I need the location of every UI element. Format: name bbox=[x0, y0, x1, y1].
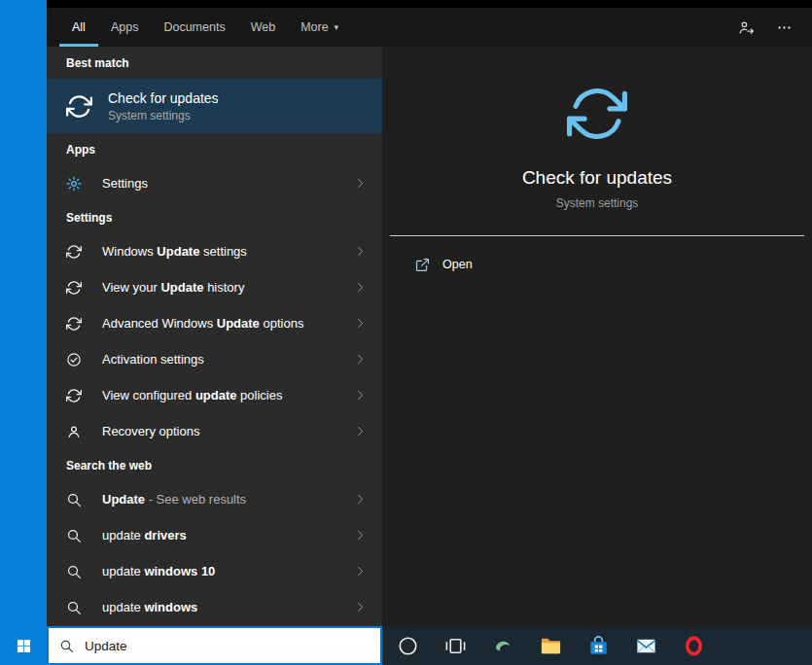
search-icon bbox=[59, 639, 74, 653]
result-label: update windows 10 bbox=[102, 564, 354, 578]
search-tabs-bar: AllAppsDocumentsWebMore▾ bbox=[47, 8, 812, 47]
result-label: update windows bbox=[102, 600, 354, 614]
preview-actions: Open bbox=[382, 236, 812, 281]
chevron-icon bbox=[354, 565, 367, 578]
result-view-configured-update-policies[interactable]: View configured update policies bbox=[47, 377, 382, 413]
result-label: View your Update history bbox=[102, 280, 354, 295]
refresh-icon bbox=[66, 280, 82, 296]
tab-label: More bbox=[300, 20, 328, 34]
taskbar bbox=[0, 626, 812, 665]
tabbar-actions bbox=[738, 8, 812, 47]
taskbar-icon-task-view[interactable] bbox=[432, 626, 479, 665]
preview-title: Check for updates bbox=[522, 167, 672, 189]
result-label: Activation settings bbox=[102, 352, 354, 367]
task-view-icon bbox=[444, 635, 467, 657]
chevron-icon bbox=[354, 529, 367, 542]
search-icon bbox=[66, 600, 82, 615]
taskbar-icon-store[interactable] bbox=[575, 626, 622, 665]
chevron-icon bbox=[354, 177, 367, 190]
chevron-icon bbox=[354, 245, 367, 258]
tab-all[interactable]: All bbox=[59, 8, 98, 47]
start-button[interactable] bbox=[0, 626, 47, 665]
result-label: update drivers bbox=[102, 528, 354, 542]
result-label: Windows Update settings bbox=[102, 244, 354, 259]
search-results-list: Best matchCheck for updatesSystem settin… bbox=[47, 47, 382, 626]
section-header: Best match bbox=[47, 47, 382, 79]
chevron-icon bbox=[354, 389, 367, 402]
best-match-title: Check for updates bbox=[108, 90, 367, 106]
preview-subtitle: System settings bbox=[556, 196, 639, 210]
result-label: Recovery options bbox=[102, 424, 354, 438]
tab-label: All bbox=[72, 20, 86, 34]
best-match-subtitle: System settings bbox=[108, 109, 367, 122]
edge-icon bbox=[492, 635, 514, 657]
account-arrow-icon[interactable] bbox=[738, 19, 755, 36]
gear-icon bbox=[66, 176, 82, 192]
result-label: Settings bbox=[102, 176, 354, 191]
refresh-icon bbox=[66, 244, 82, 260]
taskbar-icon-edge[interactable] bbox=[479, 626, 527, 665]
section-header: Apps bbox=[47, 133, 382, 165]
tab-web[interactable]: Web bbox=[238, 8, 288, 47]
taskbar-search-input[interactable] bbox=[85, 639, 380, 653]
result-label: View configured update policies bbox=[102, 388, 354, 402]
file-explorer-icon bbox=[540, 635, 562, 657]
result-advanced-windows-update-options[interactable]: Advanced Windows Update options bbox=[47, 305, 382, 341]
result-view-your-update-history[interactable]: View your Update history bbox=[47, 269, 382, 305]
taskbar-search-box[interactable] bbox=[47, 626, 382, 665]
result-windows-update-settings[interactable]: Windows Update settings bbox=[47, 233, 382, 269]
result-web-update-drivers[interactable]: update drivers bbox=[47, 517, 382, 553]
tab-label: Web bbox=[251, 20, 275, 34]
taskbar-icon-mail[interactable] bbox=[622, 626, 670, 665]
chevron-icon bbox=[354, 601, 367, 613]
tab-apps[interactable]: Apps bbox=[98, 8, 152, 47]
chevron-icon bbox=[354, 317, 367, 330]
open-icon bbox=[415, 258, 430, 272]
open-label: Open bbox=[442, 258, 473, 271]
result-web-update-windows[interactable]: update windows bbox=[47, 589, 382, 625]
chevron-down-icon: ▾ bbox=[335, 22, 339, 32]
ellipsis-icon[interactable] bbox=[776, 19, 793, 36]
result-label: Update - See web results bbox=[102, 492, 354, 507]
desktop-edge bbox=[0, 0, 47, 665]
opera-icon bbox=[683, 635, 705, 657]
result-web-update-windows-10[interactable]: update windows 10 bbox=[47, 553, 382, 589]
windows-logo-icon bbox=[16, 638, 32, 654]
chevron-icon bbox=[354, 353, 367, 366]
refresh-icon bbox=[66, 93, 92, 120]
chevron-icon bbox=[354, 493, 367, 506]
check-circle-icon bbox=[66, 352, 82, 368]
tab-label: Apps bbox=[111, 20, 139, 34]
search-icon bbox=[66, 492, 82, 508]
person-icon bbox=[66, 424, 82, 439]
search-icon bbox=[66, 564, 82, 579]
taskbar-icon-file-explorer[interactable] bbox=[527, 626, 575, 665]
section-header: Search the web bbox=[47, 449, 382, 481]
refresh-icon bbox=[66, 316, 82, 332]
result-activation-settings[interactable]: Activation settings bbox=[47, 341, 382, 377]
store-icon bbox=[587, 635, 610, 657]
search-tabs: AllAppsDocumentsWebMore▾ bbox=[59, 8, 351, 47]
result-recovery-options[interactable]: Recovery options bbox=[47, 413, 382, 449]
taskbar-icon-opera[interactable] bbox=[670, 626, 718, 665]
result-label: Advanced Windows Update options bbox=[102, 316, 354, 331]
result-settings-app[interactable]: Settings bbox=[47, 165, 382, 201]
result-check-for-updates[interactable]: Check for updatesSystem settings bbox=[47, 79, 382, 133]
chevron-icon bbox=[354, 425, 367, 438]
search-flyout: AllAppsDocumentsWebMore▾ Best matchCheck… bbox=[47, 8, 812, 626]
open-action[interactable]: Open bbox=[415, 248, 812, 281]
tab-more[interactable]: More▾ bbox=[288, 8, 351, 47]
refresh-icon bbox=[567, 84, 627, 144]
search-content: Best matchCheck for updatesSystem settin… bbox=[47, 47, 812, 626]
mail-icon bbox=[635, 635, 657, 657]
taskbar-icons bbox=[382, 626, 718, 665]
preview-pane: Check for updates System settings Open bbox=[382, 47, 812, 626]
best-match-text: Check for updatesSystem settings bbox=[108, 90, 367, 122]
refresh-icon bbox=[66, 388, 82, 403]
tab-documents[interactable]: Documents bbox=[151, 8, 237, 47]
chevron-icon bbox=[354, 281, 367, 294]
result-web-update[interactable]: Update - See web results bbox=[47, 481, 382, 517]
taskbar-icon-cortana[interactable] bbox=[384, 626, 432, 665]
search-icon bbox=[66, 528, 82, 543]
section-header: Settings bbox=[47, 201, 382, 233]
